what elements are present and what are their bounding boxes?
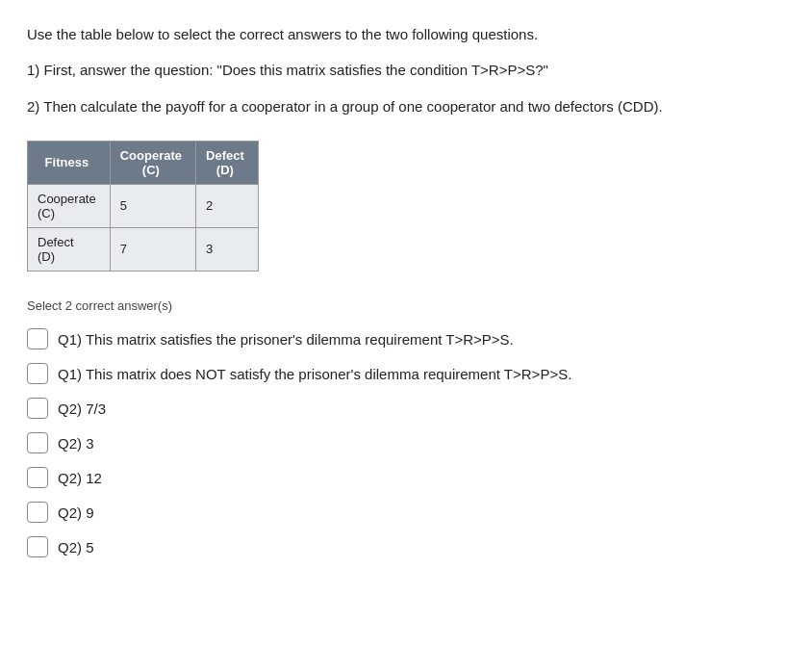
list-item[interactable]: Q2) 7/3 bbox=[27, 398, 785, 419]
q1-prompt: 1) First, answer the question: "Does thi… bbox=[27, 59, 785, 81]
option-text: Q2) 3 bbox=[58, 432, 94, 453]
table-row: Defect(D) 7 3 bbox=[28, 227, 259, 271]
col-header-cooperate: Cooperate(C) bbox=[110, 141, 195, 184]
checkbox-icon[interactable] bbox=[27, 363, 48, 384]
cell-cc: 5 bbox=[110, 184, 195, 227]
list-item[interactable]: Q2) 3 bbox=[27, 432, 785, 453]
instructions-block: Use the table below to select the correc… bbox=[27, 23, 785, 117]
checkbox-icon[interactable] bbox=[27, 432, 48, 453]
table-header-row: Fitness Cooperate(C) Defect(D) bbox=[28, 141, 259, 184]
cell-cd: 2 bbox=[196, 184, 259, 227]
list-item[interactable]: Q2) 5 bbox=[27, 536, 785, 557]
option-text: Q2) 5 bbox=[58, 536, 94, 557]
checkbox-icon[interactable] bbox=[27, 467, 48, 488]
cell-dd: 3 bbox=[196, 227, 259, 271]
checkbox-icon[interactable] bbox=[27, 398, 48, 419]
table-row: Cooperate(C) 5 2 bbox=[28, 184, 259, 227]
intro-text: Use the table below to select the correc… bbox=[27, 23, 785, 45]
option-text: Q1) This matrix satisfies the prisoner's… bbox=[58, 328, 514, 349]
option-text: Q2) 9 bbox=[58, 502, 94, 523]
answer-options: Q1) This matrix satisfies the prisoner's… bbox=[27, 328, 785, 557]
list-item[interactable]: Q2) 9 bbox=[27, 502, 785, 523]
cell-dc: 7 bbox=[110, 227, 195, 271]
col-header-defect: Defect(D) bbox=[196, 141, 259, 184]
checkbox-icon[interactable] bbox=[27, 328, 48, 349]
option-text: Q1) This matrix does NOT satisfy the pri… bbox=[58, 363, 571, 384]
payoff-table-container: Fitness Cooperate(C) Defect(D) Cooperate… bbox=[27, 141, 785, 271]
col-header-fitness: Fitness bbox=[28, 141, 111, 184]
select-label: Select 2 correct answer(s) bbox=[27, 298, 785, 313]
list-item[interactable]: Q1) This matrix does NOT satisfy the pri… bbox=[27, 363, 785, 384]
option-text: Q2) 7/3 bbox=[58, 398, 106, 419]
checkbox-icon[interactable] bbox=[27, 502, 48, 523]
q2-prompt: 2) Then calculate the payoff for a coope… bbox=[27, 95, 785, 117]
row-label-defect: Defect(D) bbox=[28, 227, 111, 271]
checkbox-icon[interactable] bbox=[27, 536, 48, 557]
option-text: Q2) 12 bbox=[58, 467, 102, 488]
list-item[interactable]: Q1) This matrix satisfies the prisoner's… bbox=[27, 328, 785, 349]
row-label-cooperate: Cooperate(C) bbox=[28, 184, 111, 227]
list-item[interactable]: Q2) 12 bbox=[27, 467, 785, 488]
payoff-table: Fitness Cooperate(C) Defect(D) Cooperate… bbox=[27, 141, 259, 271]
